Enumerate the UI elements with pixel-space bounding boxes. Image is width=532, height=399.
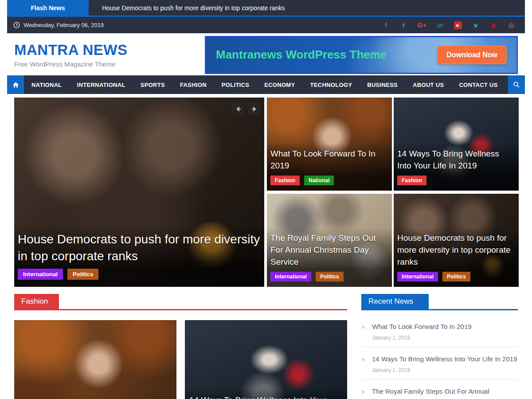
topbar: Wednesday, February 06, 2019 f t G+ in ▶… bbox=[7, 17, 525, 33]
category-badge-fashion[interactable]: Fashion bbox=[397, 176, 426, 185]
search-icon[interactable] bbox=[508, 75, 525, 94]
category-badge-politics[interactable]: Politics bbox=[67, 269, 98, 280]
slider-caption: House Democrats to push for more diversi… bbox=[14, 225, 264, 287]
slider-arrows bbox=[232, 103, 260, 115]
recent-news-item-date: January 1, 2019 bbox=[361, 367, 518, 373]
nav-item-sports[interactable]: SPORTS bbox=[133, 75, 172, 94]
fashion-section-header: Fashion bbox=[14, 294, 347, 310]
slider-badges: International Politics bbox=[18, 269, 261, 280]
clock-icon bbox=[13, 22, 20, 28]
recent-news-header: Recent News bbox=[361, 294, 518, 310]
grid-post-4-title[interactable]: House Democrats to push for more diversi… bbox=[397, 232, 515, 268]
nav-item-technology[interactable]: TECHNOLOGY bbox=[302, 75, 360, 94]
featured-area: House Democrats to push for more diversi… bbox=[7, 98, 525, 287]
grid-post-2[interactable]: 14 Ways To Bring Wellness Into Your Life… bbox=[394, 98, 519, 191]
fashion-card-1-image bbox=[14, 320, 176, 399]
nav-item-contact-us[interactable]: CONTACT US bbox=[451, 75, 505, 94]
date-text: Wednesday, February 06, 2019 bbox=[23, 22, 104, 28]
grid-post-3[interactable]: The Royal Family Steps Out For Annual Ch… bbox=[267, 194, 392, 287]
fashion-cards: What To Look Forward To In 2019 14 Ways … bbox=[14, 320, 347, 399]
category-badge-international[interactable]: International bbox=[397, 272, 438, 282]
nav-item-international[interactable]: INTERNATIONAL bbox=[70, 75, 133, 94]
grid-post-1-title[interactable]: What To Look Forward To In 2019 bbox=[270, 148, 388, 172]
recent-news-item[interactable]: What To Look Forward To In 2019 January … bbox=[361, 315, 518, 347]
vimeo-icon[interactable]: v bbox=[472, 21, 480, 29]
recent-news-item-date: January 1, 2019 bbox=[361, 335, 518, 341]
category-badge-politics[interactable]: Politics bbox=[316, 272, 344, 282]
slider-next-button[interactable] bbox=[248, 103, 260, 115]
fashion-section-title[interactable]: Fashion bbox=[14, 294, 59, 309]
recent-news-title: Recent News bbox=[361, 294, 429, 309]
featured-slider[interactable]: House Democrats to push for more diversi… bbox=[14, 98, 264, 287]
instagram-icon[interactable]: ◎ bbox=[507, 21, 515, 29]
category-badge-national[interactable]: National bbox=[304, 176, 334, 185]
linkedin-icon[interactable]: in bbox=[436, 21, 444, 29]
fashion-card-2-image bbox=[185, 320, 347, 399]
grid-post-1[interactable]: What To Look Forward To In 2019 Fashion … bbox=[267, 98, 392, 191]
recent-news-list: What To Look Forward To In 2019 January … bbox=[361, 315, 518, 399]
header-banner-ad[interactable]: Mantranews WordPress Theme Download Now bbox=[205, 36, 518, 74]
home-icon[interactable] bbox=[7, 75, 24, 94]
recent-news-item[interactable]: The Royal Family Steps Out For Annual Ch… bbox=[361, 379, 518, 399]
site-branding: MANTRA NEWS Free WordPress Magazine Them… bbox=[14, 42, 127, 68]
facebook-icon[interactable]: f bbox=[382, 21, 390, 29]
google-plus-icon[interactable]: G+ bbox=[418, 21, 426, 29]
page: Flash News House Democrats to push for m… bbox=[0, 0, 532, 399]
youtube-icon[interactable]: ▶ bbox=[454, 21, 462, 29]
grid-post-2-title[interactable]: 14 Ways To Bring Wellness Into Your Life… bbox=[397, 148, 515, 172]
nav-item-national[interactable]: NATIONAL bbox=[24, 75, 70, 94]
nav-item-about-us[interactable]: ABOUT US bbox=[405, 75, 451, 94]
grid-post-3-title[interactable]: The Royal Family Steps Out For Annual Ch… bbox=[270, 232, 388, 268]
fashion-card-2[interactable]: 14 Ways To Bring Wellness Into Your Life… bbox=[185, 320, 347, 399]
pinterest-icon[interactable]: p bbox=[489, 21, 497, 29]
ticker-headline[interactable]: House Democrats to push for more diversi… bbox=[89, 0, 525, 16]
main-nav: NATIONAL INTERNATIONAL SPORTS FASHION PO… bbox=[7, 75, 525, 94]
recent-news-item[interactable]: 14 Ways To Bring Wellness Into Your Life… bbox=[361, 347, 518, 379]
recent-news-item-title[interactable]: The Royal Family Steps Out For Annual Ch… bbox=[361, 386, 518, 399]
nav-item-economy[interactable]: ECONOMY bbox=[257, 75, 302, 94]
current-date: Wednesday, February 06, 2019 bbox=[13, 22, 104, 28]
site-tagline: Free WordPress Magazine Theme bbox=[14, 60, 127, 68]
fashion-card-1[interactable]: What To Look Forward To In 2019 bbox=[14, 320, 176, 399]
nav-item-politics[interactable]: POLITICS bbox=[214, 75, 257, 94]
category-badge-international[interactable]: International bbox=[270, 272, 311, 282]
banner-title: Mantranews WordPress Theme bbox=[216, 48, 387, 62]
fashion-card-2-title[interactable]: 14 Ways To Bring Wellness Into Your Life… bbox=[189, 394, 343, 399]
slider-post-title[interactable]: House Democrats to push for more diversi… bbox=[18, 231, 261, 265]
site-logo[interactable]: MANTRA NEWS bbox=[14, 42, 127, 59]
nav-item-business[interactable]: BUSINESS bbox=[360, 75, 405, 94]
flash-news-label: Flash News bbox=[7, 0, 89, 16]
category-badge-politics[interactable]: Politics bbox=[442, 272, 470, 282]
category-badge-fashion[interactable]: Fashion bbox=[270, 176, 300, 185]
recent-news-item-title[interactable]: 14 Ways To Bring Wellness Into Your Life… bbox=[361, 354, 518, 364]
lower-content: Fashion What To Look Forward To In 2019 … bbox=[7, 294, 525, 399]
category-badge-international[interactable]: International bbox=[18, 269, 63, 280]
slider-prev-button[interactable] bbox=[232, 103, 244, 115]
nav-item-fashion[interactable]: FASHION bbox=[172, 75, 214, 94]
recent-news-item-title[interactable]: What To Look Forward To In 2019 bbox=[361, 321, 518, 332]
grid-post-4[interactable]: House Democrats to push for more diversi… bbox=[394, 194, 519, 287]
featured-grid: What To Look Forward To In 2019 Fashion … bbox=[267, 98, 518, 287]
download-now-button[interactable]: Download Now bbox=[437, 46, 507, 64]
site-header: MANTRA NEWS Free WordPress Magazine Them… bbox=[7, 33, 525, 75]
social-links: f t G+ in ▶ v p ◎ bbox=[382, 21, 519, 29]
sidebar: Recent News What To Look Forward To In 2… bbox=[361, 294, 518, 399]
fashion-section: Fashion What To Look Forward To In 2019 … bbox=[14, 294, 347, 399]
twitter-icon[interactable]: t bbox=[400, 21, 408, 29]
flash-news-ticker: Flash News House Democrats to push for m… bbox=[7, 0, 525, 17]
